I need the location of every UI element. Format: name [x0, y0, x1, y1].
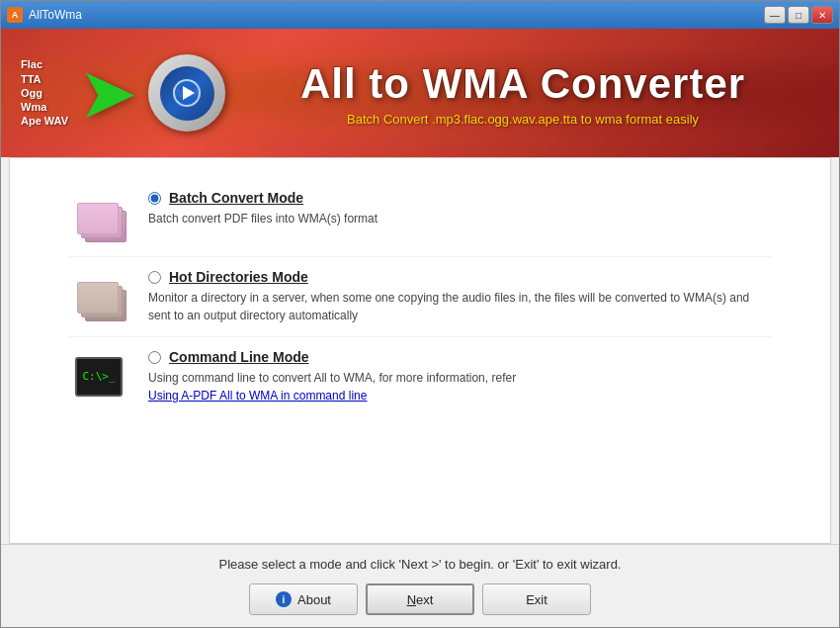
- play-button-icon: [173, 79, 201, 107]
- wma-label: WMA: [160, 66, 214, 121]
- terminal-prompt: C:\>_: [82, 370, 115, 383]
- banner-left: Flac TTA Ogg Wma Ape WAV ➤ WMA: [21, 53, 226, 133]
- app-icon: A: [7, 7, 23, 23]
- format-stack: Flac TTA Ogg Wma Ape WAV: [21, 57, 68, 128]
- titlebar-title-area: A AllToWma: [7, 7, 82, 23]
- mode-option-cmdline: C:\>_ Command Line Mode Using command li…: [69, 337, 771, 415]
- batch-mode-desc: Batch convert PDF files into WMA(s) form…: [148, 210, 771, 227]
- cmdline-mode-header: Command Line Mode: [148, 349, 771, 365]
- batch-mode-title: Batch Convert Mode: [169, 190, 303, 206]
- next-button[interactable]: Next: [366, 583, 474, 615]
- footer-buttons: i About Next Exit: [249, 583, 591, 615]
- banner-title-area: All to WMA Converter Batch Convert .mp3.…: [226, 60, 819, 127]
- cmdline-mode-radio[interactable]: [148, 351, 161, 364]
- terminal-icon: C:\>_: [75, 357, 123, 397]
- main-content: Batch Convert Mode Batch convert PDF fil…: [9, 157, 831, 544]
- cmdline-mode-desc: Using command line to convert All to WMA…: [148, 369, 771, 387]
- folder-front: [77, 203, 119, 234]
- cmdline-mode-text: Command Line Mode Using command line to …: [148, 349, 771, 403]
- cmdline-link[interactable]: Using A-PDF All to WMA in command line: [148, 389, 771, 403]
- footer-instruction: Please select a mode and click 'Next >' …: [219, 557, 622, 572]
- exit-button[interactable]: Exit: [482, 583, 591, 615]
- exit-label: Exit: [526, 592, 547, 607]
- hot-mode-title: Hot Directories Mode: [169, 269, 308, 285]
- hot-mode-header: Hot Directories Mode: [148, 269, 771, 285]
- batch-mode-icon: [69, 190, 128, 244]
- format-ape-wav: Ape WAV: [21, 114, 68, 128]
- next-underline-n: N: [407, 592, 416, 607]
- banner: Flac TTA Ogg Wma Ape WAV ➤ WMA: [1, 29, 839, 157]
- hot-mode-icon: [69, 269, 128, 323]
- cmdline-mode-title: Command Line Mode: [169, 349, 309, 365]
- batch-mode-text: Batch Convert Mode Batch convert PDF fil…: [148, 190, 771, 227]
- main-window: A AllToWma — □ ✕ Flac TTA Ogg Wma Ape WA…: [0, 0, 840, 628]
- play-triangle-icon: [183, 86, 195, 100]
- titlebar-text: AllToWma: [29, 8, 82, 22]
- format-flac: Flac: [21, 57, 42, 71]
- format-wma: Wma: [21, 100, 46, 114]
- mode-option-hot: Hot Directories Mode Monitor a directory…: [69, 257, 771, 337]
- maximize-button[interactable]: □: [788, 6, 809, 24]
- minimize-button[interactable]: —: [764, 6, 786, 24]
- footer-area: Please select a mode and click 'Next >' …: [1, 544, 839, 627]
- app-title: All to WMA Converter: [226, 60, 819, 108]
- wma-disc: WMA: [147, 53, 226, 133]
- titlebar: A AllToWma — □ ✕: [1, 1, 839, 29]
- hot-mode-desc: Monitor a directory in a server, when so…: [148, 289, 771, 324]
- mode-option-batch: Batch Convert Mode Batch convert PDF fil…: [69, 178, 771, 257]
- close-button[interactable]: ✕: [811, 6, 833, 24]
- batch-mode-header: Batch Convert Mode: [148, 190, 771, 206]
- format-ogg: Ogg: [21, 86, 42, 100]
- about-label: About: [297, 592, 331, 607]
- wma-disc-bg: WMA: [148, 54, 225, 132]
- info-icon: i: [276, 591, 292, 607]
- hot-folder-front: [77, 282, 119, 314]
- hot-mode-text: Hot Directories Mode Monitor a directory…: [148, 269, 771, 324]
- banner-subtitle: Batch Convert .mp3.flac.ogg.wav.ape.tta …: [226, 112, 819, 127]
- conversion-arrow-icon: ➤: [78, 57, 137, 129]
- cmdline-mode-icon: C:\>_: [69, 349, 128, 404]
- hot-folder-icon: [72, 272, 126, 321]
- titlebar-buttons: — □ ✕: [764, 6, 833, 24]
- about-button[interactable]: i About: [249, 583, 358, 615]
- format-tta: TTA: [21, 72, 42, 86]
- batch-folder-icon: [72, 193, 126, 242]
- batch-mode-radio[interactable]: [148, 192, 161, 205]
- next-label: Next: [407, 592, 434, 607]
- hot-mode-radio[interactable]: [148, 271, 161, 284]
